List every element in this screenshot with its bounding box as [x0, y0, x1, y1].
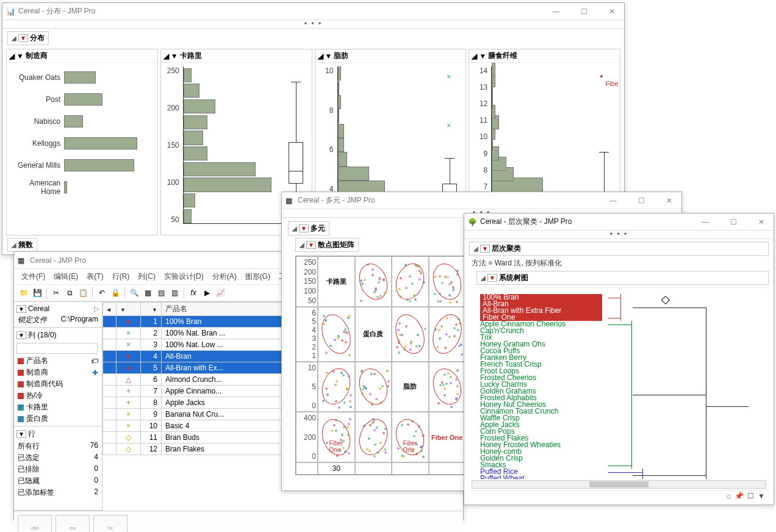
left-panel: ▼Cereal▷ 锁定文件C:\Program ▼列 (18/0) 产品名🏷制造… [14, 302, 102, 511]
cluster-icon: 🌳 [468, 218, 476, 226]
minimize-button[interactable]: — [547, 7, 564, 16]
toolbar-table-icon[interactable]: ▦ [142, 287, 154, 299]
table-name[interactable]: Cereal [28, 304, 49, 313]
maximize-toggle-icon[interactable]: ☐ [747, 492, 754, 500]
window-title: Cereal - 分布 - JMP Pro [18, 6, 547, 16]
thumb-mv[interactable]: mv [56, 515, 90, 532]
close-button[interactable]: ✕ [603, 7, 620, 16]
toolbar-copy-icon[interactable]: ⧉ [63, 287, 76, 299]
column-entry[interactable]: 卡路里 [15, 401, 101, 413]
rows-header[interactable]: 行 [28, 429, 35, 439]
options-triangle-icon[interactable]: ▼ [758, 492, 765, 500]
statusbar-hc: ⌂ 📌 ☐ ▼ [468, 490, 770, 501]
panel-header-mv[interactable]: ◢▼多元 [288, 221, 329, 235]
menu-item[interactable]: 实验设计(D) [160, 270, 207, 283]
freq-header[interactable]: ◢频数 [7, 238, 37, 252]
panel-header-dendrogram[interactable]: ◢▼系统树图 [476, 271, 769, 285]
thumbnails-tray: dist mv hc [14, 511, 463, 532]
columns-header[interactable]: 列 (18/0) [28, 330, 57, 340]
toolbar-paste-icon[interactable]: 📋 [77, 287, 89, 299]
drag-handle[interactable]: • • • [2, 20, 624, 29]
home-icon[interactable]: ⌂ [727, 492, 731, 500]
menu-item[interactable]: 分析(A) [209, 270, 240, 283]
dendrogram[interactable]: 100% BranAll-BranAll-Bran with Extra Fib… [468, 287, 770, 479]
pin-icon[interactable]: 📌 [735, 492, 744, 500]
toolbar-search-icon[interactable]: 🔍 [128, 287, 140, 299]
toolbar-fx-icon[interactable]: fx [187, 287, 199, 299]
menu-item[interactable]: 编辑(E) [50, 270, 82, 283]
outlier-dot [600, 75, 603, 77]
drag-handle[interactable]: • • • [464, 231, 774, 239]
menu-item[interactable]: 列(C) [134, 270, 159, 283]
toolbar-chart-icon[interactable]: 📈 [214, 287, 226, 299]
datatable-icon: ▦ [18, 256, 26, 265]
toolbar-cut-icon[interactable]: ✂ [50, 287, 62, 299]
panel-header-distribution[interactable]: ◢ ▼ 分布 [7, 31, 49, 45]
thumb-hc[interactable]: hc [93, 515, 128, 532]
toolbar-open-icon[interactable]: 📁 [18, 287, 30, 299]
toolbar-run-icon[interactable]: ▶ [201, 287, 213, 299]
column-entry[interactable]: 制造商代码 [15, 378, 101, 390]
menu-item[interactable]: 图形(G) [242, 270, 274, 283]
close-button[interactable]: ✕ [753, 218, 770, 226]
toolbar-grid-icon[interactable]: ▤ [155, 287, 167, 299]
panel-header-hc[interactable]: ◢▼层次聚类 [469, 242, 769, 256]
window-title: Cereal - 多元 - JMP Pro [298, 195, 605, 206]
toolbar-save-icon[interactable]: 💾 [31, 287, 43, 299]
panel-header-scattermatrix[interactable]: ◢▼散点图矩阵 [295, 238, 359, 252]
scatter-icon: ▦ [286, 196, 294, 205]
toolbar-lock-icon[interactable]: 🔒 [109, 287, 121, 299]
annotation-fiber: Fibe [606, 80, 619, 87]
row-stat: 已添加标签2 [15, 487, 101, 498]
horizontal-scrollbar[interactable] [472, 480, 766, 489]
titlebar-hc[interactable]: 🌳 Cereal - 层次聚类 - JMP Pro — ☐ ✕ [464, 214, 774, 231]
column-entry[interactable]: 产品名🏷 [15, 355, 101, 367]
outlier-marker: × [447, 73, 451, 81]
menu-item[interactable]: 文件(F) [18, 270, 49, 283]
method-text: 方法 = Ward 法, 按列标准化 [468, 257, 770, 270]
maximize-button[interactable]: ☐ [725, 218, 742, 226]
close-button[interactable]: ✕ [661, 196, 678, 205]
minimize-button[interactable]: — [697, 218, 714, 226]
row-stat: 已排除0 [15, 464, 101, 475]
collapse-triangle-icon: ◢ [12, 35, 16, 41]
column-entry[interactable]: 制造商✚ [15, 367, 101, 378]
cluster-cut-diamond[interactable] [661, 296, 670, 304]
outlier-marker: × [447, 121, 451, 130]
options-triangle-icon[interactable]: ▼ [18, 34, 28, 42]
dist-panel-manufacturer: ◢▼制造商 Quaker OatsPostNabiscoKelloggsGene… [6, 49, 158, 235]
app-icon: 📊 [6, 7, 15, 16]
column-entry[interactable]: 蛋白质 [15, 413, 101, 425]
column-search-input[interactable] [16, 343, 98, 354]
row-stat: 已选定4 [15, 452, 101, 464]
maximize-button[interactable]: ☐ [575, 7, 592, 16]
titlebar-dist[interactable]: 📊 Cereal - 分布 - JMP Pro — ☐ ✕ [2, 3, 624, 20]
thumb-dist[interactable]: dist [18, 515, 52, 532]
window-hierarchical-cluster: 🌳 Cereal - 层次聚类 - JMP Pro — ☐ ✕ • • • ◢▼… [464, 213, 774, 505]
column-entry[interactable]: 热/冷 [15, 390, 101, 401]
window-title: Cereal - 层次聚类 - JMP Pro [480, 217, 697, 227]
toolbar-undo-icon[interactable]: ↶ [96, 287, 108, 299]
titlebar-mv[interactable]: ▦ Cereal - 多元 - JMP Pro — ☐ ✕ [282, 192, 681, 209]
row-stat: 所有行76 [15, 440, 101, 452]
minimize-button[interactable]: — [605, 196, 622, 205]
scroll-thumb[interactable] [589, 481, 648, 487]
menu-item[interactable]: 表(T) [83, 270, 107, 283]
toolbar-columns-icon[interactable]: ▥ [168, 287, 181, 299]
row-stat: 已隐藏0 [15, 475, 101, 487]
menu-item[interactable]: 行(R) [109, 270, 134, 283]
maximize-button[interactable]: ☐ [633, 196, 650, 205]
scatterplot-matrix[interactable]: 25020015010050卡路里654321蛋白质1050脂肪4002000F… [295, 256, 466, 475]
